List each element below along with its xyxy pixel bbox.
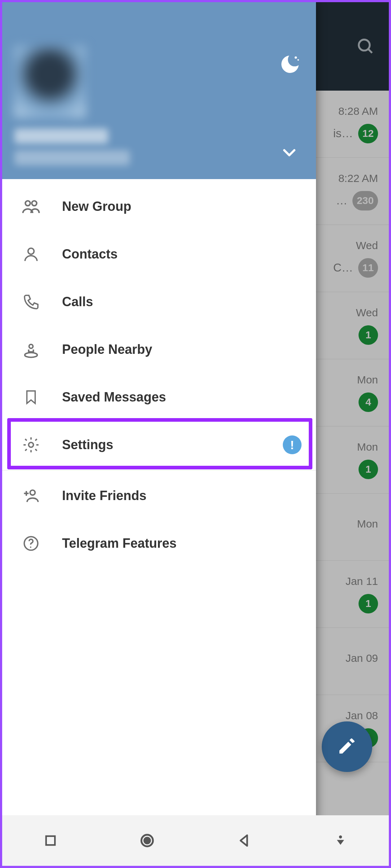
chat-time: Jan 09 (346, 652, 378, 664)
android-navbar (2, 815, 389, 866)
menu-separator (2, 470, 316, 470)
account-switcher[interactable] (281, 144, 298, 162)
unread-badge: 12 (358, 124, 378, 143)
chat-preview: C… (333, 261, 353, 274)
chat-time: Mon (357, 441, 378, 453)
svg-point-18 (25, 353, 38, 357)
pencil-icon (337, 736, 357, 758)
svg-point-17 (29, 344, 33, 348)
svg-point-22 (30, 547, 31, 548)
menu-invite-friends[interactable]: Invite Friends (2, 472, 316, 520)
menu-label: Calls (62, 294, 302, 309)
drawer-header (2, 2, 316, 179)
compose-fab[interactable] (322, 721, 372, 772)
menu-label: Invite Friends (62, 488, 302, 503)
svg-point-19 (28, 442, 33, 447)
chat-time: Wed (356, 239, 378, 252)
gear-icon (20, 436, 42, 454)
svg-point-25 (144, 838, 150, 843)
unread-badge: 230 (352, 191, 378, 211)
menu-label: Settings (62, 437, 263, 452)
app-bar (309, 2, 389, 91)
chat-row[interactable]: Jan 111 (309, 561, 389, 628)
chat-time: Wed (356, 307, 378, 319)
chat-time: 8:22 AM (338, 172, 378, 185)
chat-row[interactable]: 8:28 AMis…12 (309, 91, 389, 158)
person-icon (20, 245, 42, 263)
menu-label: People Nearby (62, 342, 302, 357)
svg-rect-23 (46, 836, 55, 845)
svg-point-20 (30, 490, 35, 495)
group-icon (20, 197, 42, 216)
chat-row[interactable]: Mon4 (309, 359, 389, 426)
nav-back[interactable] (233, 830, 255, 851)
avatar[interactable] (14, 45, 86, 118)
navigation-drawer: 8:29 AM (2, 2, 316, 866)
chat-preview: … (336, 194, 347, 207)
menu-contacts[interactable]: Contacts (2, 230, 316, 278)
unread-badge: 1 (359, 594, 378, 613)
help-icon (20, 534, 42, 552)
chat-time: Mon (357, 518, 378, 530)
screen: 8:28 AMis…128:22 AM…230WedC…11Wed1Mon4Mo… (0, 0, 391, 868)
nav-recent[interactable] (40, 830, 61, 851)
menu-label: New Group (62, 199, 302, 214)
chat-row[interactable]: 8:22 AM…230 (309, 158, 389, 225)
menu-label: Telegram Features (62, 536, 302, 551)
settings-alert-badge: ! (283, 435, 302, 454)
unread-badge: 1 (359, 325, 378, 345)
invite-icon (20, 486, 42, 505)
chat-row[interactable]: Wed1 (309, 292, 389, 359)
chat-row[interactable]: Mon (309, 494, 389, 561)
chat-preview: is… (333, 127, 353, 140)
chat-row[interactable]: WedC…11 (309, 225, 389, 292)
menu-calls[interactable]: Calls (2, 278, 316, 326)
nav-down[interactable] (330, 830, 351, 851)
svg-point-26 (339, 836, 342, 838)
menu-label: Contacts (62, 247, 302, 262)
night-mode-toggle[interactable] (278, 53, 302, 77)
search-icon[interactable] (356, 36, 374, 57)
chat-time: Jan 08 (346, 709, 378, 722)
menu-label: Saved Messages (62, 390, 302, 405)
menu-telegram-features[interactable]: Telegram Features (2, 520, 316, 567)
chat-time: Mon (357, 374, 378, 386)
svg-point-0 (359, 39, 370, 50)
svg-line-1 (368, 49, 372, 53)
unread-badge: 1 (359, 460, 378, 479)
chat-row[interactable]: Mon1 (309, 426, 389, 494)
menu-settings[interactable]: Settings ! (2, 421, 316, 469)
drawer-menu: New Group Contacts Calls People Nearby (2, 179, 316, 567)
nearby-icon (20, 340, 42, 359)
bookmark-icon (20, 389, 42, 405)
svg-point-15 (32, 201, 37, 206)
menu-people-nearby[interactable]: People Nearby (2, 326, 316, 373)
unread-badge: 11 (358, 258, 378, 278)
svg-point-12 (295, 56, 297, 58)
chat-time: Jan 11 (346, 575, 378, 587)
svg-point-14 (25, 201, 30, 206)
chat-row[interactable]: Jan 09 (309, 628, 389, 695)
profile-phone (14, 150, 130, 165)
menu-new-group[interactable]: New Group (2, 183, 316, 230)
profile-name (14, 129, 108, 144)
unread-badge: 4 (359, 392, 378, 412)
svg-point-13 (298, 59, 299, 61)
chat-time: 8:28 AM (338, 105, 378, 117)
nav-home[interactable] (136, 830, 158, 851)
menu-saved-messages[interactable]: Saved Messages (2, 373, 316, 421)
phone-icon (20, 293, 42, 311)
svg-point-16 (28, 248, 34, 254)
